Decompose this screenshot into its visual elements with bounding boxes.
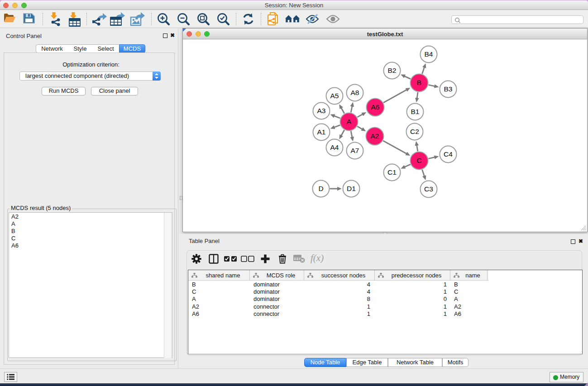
svg-text:A5: A5 [330,92,339,100]
svg-text:D: D [318,185,323,192]
svg-text:C3: C3 [424,185,433,193]
svg-text:B3: B3 [444,85,453,93]
svg-text:C1: C1 [387,168,397,176]
svg-text:A4: A4 [330,143,339,151]
svg-text:A: A [347,118,352,125]
svg-text:A3: A3 [317,107,326,114]
svg-text:B: B [417,79,421,86]
svg-text:B2: B2 [388,67,397,74]
svg-text:C2: C2 [410,128,419,135]
svg-text:C: C [416,157,421,164]
svg-text:A1: A1 [317,128,326,136]
svg-text:C4: C4 [444,150,453,158]
svg-text:A2: A2 [371,132,379,140]
svg-text:D1: D1 [347,185,356,192]
svg-text:B1: B1 [411,108,420,115]
svg-text:A8: A8 [351,89,359,96]
svg-text:A6: A6 [371,103,380,111]
svg-text:A7: A7 [351,147,359,154]
svg-text:B4: B4 [425,50,433,58]
